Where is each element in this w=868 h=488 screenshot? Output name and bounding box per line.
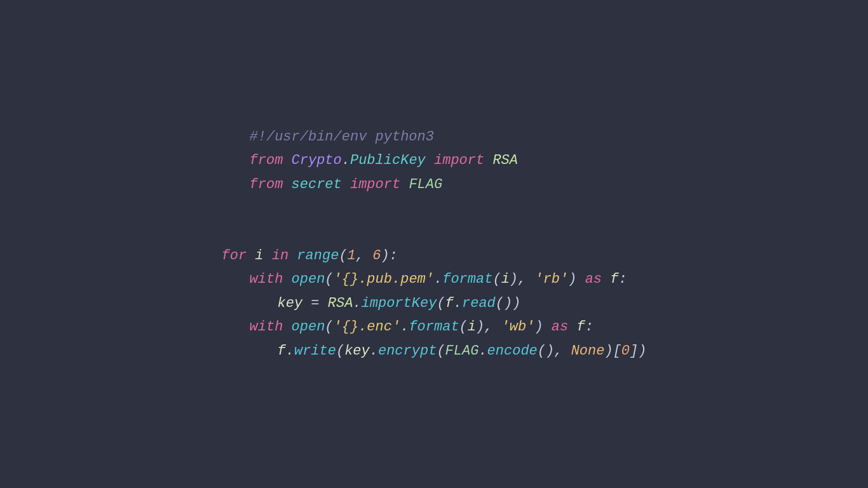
token-plain: (	[437, 295, 445, 311]
token-plain	[426, 152, 434, 168]
token-plain: .	[454, 295, 462, 311]
token-plain	[484, 152, 492, 168]
token-varname: i	[255, 248, 263, 264]
token-plain	[602, 271, 610, 287]
token-keyword: from	[250, 177, 283, 193]
token-varname: f	[445, 295, 454, 311]
token-plain: (	[437, 343, 445, 359]
token-plain: (),	[538, 343, 571, 359]
token-funcname: importKey	[362, 295, 437, 311]
token-funcname: open	[292, 271, 325, 287]
token-keyword: for	[222, 248, 247, 264]
token-plain	[264, 248, 272, 264]
token-string: '{}.pub.pem'	[334, 271, 434, 287]
token-plain: :	[585, 319, 593, 335]
token-keyword: import	[434, 152, 484, 168]
token-plain: .	[434, 271, 442, 287]
token-plain: )[	[604, 343, 621, 359]
token-keyword: from	[250, 152, 292, 168]
token-string: '{}.enc'	[334, 319, 401, 335]
token-keyword: with	[250, 271, 283, 287]
token-funcname: read	[462, 295, 496, 311]
token-plain: .	[478, 343, 487, 359]
token-rsa-kw: RSA	[328, 295, 353, 311]
token-plain: :	[618, 271, 627, 287]
token-string: 'rb'	[534, 271, 568, 287]
token-plain: ),	[476, 319, 501, 335]
token-varname: f	[576, 319, 585, 335]
token-funcname: encode	[487, 343, 538, 359]
token-plain: (	[339, 248, 347, 264]
token-funcname: write	[294, 343, 336, 359]
code-line	[222, 196, 647, 220]
token-funcname: open	[292, 319, 325, 335]
code-line: with open('{}.pub.pem'.format(i), 'rb') …	[222, 268, 647, 291]
token-keyword: as	[552, 319, 568, 335]
token-keyword: with	[250, 319, 283, 335]
token-string: 'wb'	[501, 319, 535, 335]
token-keyword: import	[350, 177, 400, 193]
token-comment: #!/usr/bin/env python3	[250, 129, 434, 145]
token-plain: ())	[496, 295, 521, 311]
token-plain	[283, 319, 291, 335]
code-line: f.write(key.encrypt(FLAG.encode(), None)…	[222, 339, 647, 363]
token-flag: FLAG	[409, 177, 442, 193]
token-plain: .	[342, 152, 350, 168]
token-flag: FLAG	[445, 343, 479, 359]
code-line: #!/usr/bin/env python3	[222, 125, 647, 149]
token-module: Crypto	[292, 152, 342, 168]
token-varname: f	[278, 343, 286, 359]
token-plain: )	[568, 271, 585, 287]
token-plain: (	[336, 343, 344, 359]
token-plain	[247, 248, 255, 264]
token-plain: .	[370, 343, 378, 359]
token-plain: ),	[510, 271, 535, 287]
token-plain: ,	[356, 248, 372, 264]
token-funcname: encrypt	[378, 343, 437, 359]
code-line: from secret import FLAG	[222, 173, 647, 196]
token-funcname: format	[409, 319, 459, 335]
token-plain: (	[492, 271, 501, 287]
token-plain: ])	[630, 343, 646, 359]
code-line	[222, 220, 647, 244]
token-plain: .	[400, 319, 409, 335]
token-classname: secret	[292, 177, 342, 193]
token-plain: )	[534, 319, 551, 335]
token-funcname: format	[442, 271, 492, 287]
token-plain	[288, 248, 297, 264]
token-rsa-kw: RSA	[492, 152, 518, 168]
token-varname: key	[344, 343, 370, 359]
token-plain: .	[286, 343, 294, 359]
token-none-kw: None	[571, 343, 605, 359]
token-varname: i	[501, 271, 510, 287]
token-plain: (	[325, 319, 333, 335]
token-plain: (	[459, 319, 468, 335]
token-plain	[400, 177, 409, 193]
token-plain: (	[325, 271, 333, 287]
token-number: 6	[372, 248, 381, 264]
token-varname: f	[610, 271, 618, 287]
token-number: 0	[621, 343, 630, 359]
token-varname: i	[468, 319, 476, 335]
token-plain: =	[302, 295, 328, 311]
token-plain: .	[353, 295, 361, 311]
token-keyword: in	[272, 248, 288, 264]
token-plain	[342, 177, 350, 193]
code-line: with open('{}.enc'.format(i), 'wb') as f…	[222, 315, 647, 339]
token-plain: ):	[381, 248, 397, 264]
token-plain	[568, 319, 576, 335]
token-plain	[283, 177, 291, 193]
code-line: key = RSA.importKey(f.read())	[222, 292, 647, 315]
code-line: for i in range(1, 6):	[222, 244, 647, 268]
code-block: #!/usr/bin/env python3from Crypto.Public…	[184, 100, 685, 388]
token-varname: key	[278, 295, 303, 311]
token-number: 1	[348, 248, 356, 264]
token-classname: PublicKey	[350, 152, 426, 168]
code-line: from Crypto.PublicKey import RSA	[222, 149, 647, 172]
token-funcname: range	[297, 248, 339, 264]
token-plain	[283, 271, 291, 287]
token-keyword: as	[585, 271, 602, 287]
